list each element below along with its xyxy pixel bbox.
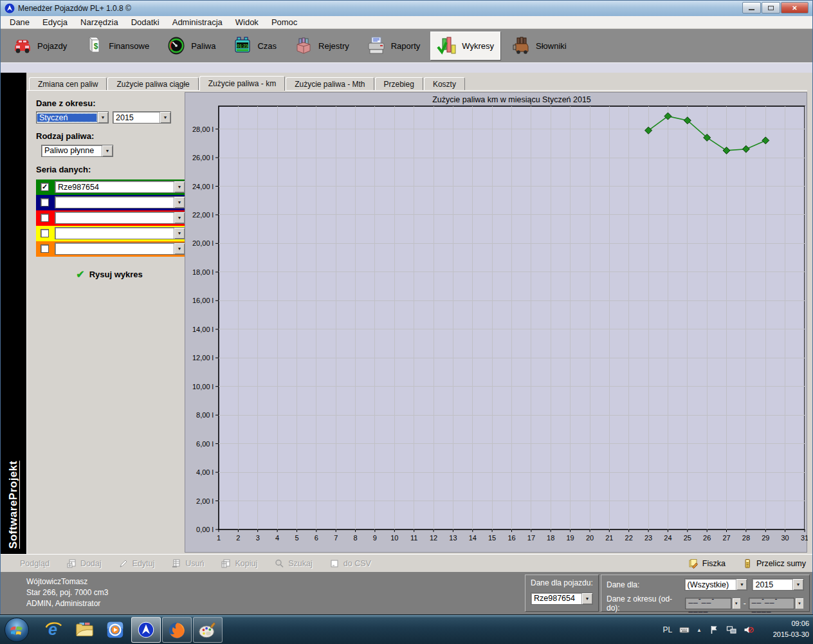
toolbar-button-rejestry[interactable]: Rejestry — [287, 32, 356, 60]
date-to-dropdown[interactable]: ▼ — [795, 598, 804, 609]
volume-muted-icon[interactable] — [744, 625, 754, 635]
year-select[interactable]: 2015 ▼ — [113, 111, 171, 124]
action-podglad[interactable]: Podgląd — [20, 559, 50, 568]
menu-dodatki[interactable]: Dodatki — [125, 17, 166, 28]
main-toolbar: Pojazdy $ Finansowe Paliwa 01:23 Czas Re… — [1, 29, 812, 62]
tab-zuzycie-paliwa-mth[interactable]: Zużycie paliwa - Mth — [286, 77, 374, 91]
menu-administracja[interactable]: Administracja — [166, 17, 229, 28]
action-dodaj[interactable]: Dodaj — [66, 558, 102, 569]
svg-text:24: 24 — [664, 534, 671, 542]
vehicle-select[interactable]: Rze987654 ▼ — [531, 593, 593, 605]
draw-chart-label: Rysuj wykres — [89, 270, 143, 279]
svg-text:16: 16 — [507, 534, 515, 542]
chevron-down-icon[interactable]: ▼ — [174, 243, 185, 254]
taskbar-vehicle-manager-app[interactable] — [131, 617, 161, 643]
chevron-down-icon[interactable]: ▼ — [174, 181, 185, 192]
tab-zmiana-cen-paliw[interactable]: Zmiana cen paliw — [29, 77, 107, 91]
menu-edycja[interactable]: Edycja — [36, 17, 74, 28]
tab-bar: Zmiana cen paliw Zużycie paliwa ciągłe Z… — [29, 76, 466, 91]
chevron-down-icon[interactable]: ▼ — [736, 579, 747, 590]
branding-sidebar: SoftwareProjekt — [1, 73, 26, 554]
maximize-button[interactable] — [762, 2, 780, 14]
recalculate-icon — [742, 558, 753, 569]
chevron-down-icon[interactable]: ▼ — [160, 112, 170, 123]
action-szukaj[interactable]: Szukaj — [274, 558, 313, 569]
data-for-select[interactable]: (Wszystkie) ▼ — [684, 578, 748, 591]
toolbar-button-raporty[interactable]: Raporty — [360, 32, 427, 60]
toolbar-button-wykresy[interactable]: Wykresy — [430, 32, 500, 60]
printer-icon — [366, 35, 387, 56]
chevron-down-icon[interactable]: ▼ — [102, 145, 113, 156]
menu-narzedzia[interactable]: Narzędzia — [74, 17, 125, 28]
action-do-csv[interactable]: do CSV — [329, 558, 371, 569]
action-usun[interactable]: Usuń — [171, 558, 204, 569]
series-4-checkbox[interactable] — [41, 229, 49, 237]
tab-zuzycie-paliwa-ciagle[interactable]: Zużycie paliwa ciągłe — [107, 77, 198, 91]
toolbar-button-pojazdy[interactable]: Pojazdy — [6, 32, 73, 60]
date-to-field[interactable]: __-__-____ — [749, 598, 794, 609]
menu-dane[interactable]: Dane — [3, 17, 36, 28]
year-value: 2015 — [113, 113, 160, 122]
series-5-select[interactable]: ▼ — [55, 243, 185, 255]
series-3-checkbox[interactable] — [41, 214, 49, 222]
toolbar-button-finansowe[interactable]: $ Finansowe — [77, 32, 156, 60]
svg-text:22: 22 — [625, 534, 633, 542]
paint-icon — [198, 620, 217, 639]
series-2-select[interactable]: ▼ — [55, 196, 185, 208]
svg-text:14: 14 — [469, 534, 477, 542]
action-fiszka[interactable]: Fiszka — [688, 558, 726, 569]
toolbar-button-czas[interactable]: 01:23 Czas — [226, 32, 283, 60]
minimize-button[interactable] — [742, 2, 761, 14]
series-1-checkbox[interactable]: ✓ — [41, 183, 49, 191]
series-2-checkbox[interactable] — [41, 198, 49, 207]
taskbar-media-player[interactable] — [100, 617, 130, 643]
action-kopiuj[interactable]: Kopiuj — [221, 558, 257, 569]
series-5-checkbox[interactable] — [41, 244, 49, 253]
record-actions: Podgląd Dodaj Edytuj Usuń Kopiuj Szukaj … — [20, 558, 371, 569]
svg-text:26: 26 — [703, 534, 711, 542]
language-indicator[interactable]: PL — [662, 625, 672, 634]
tray-icons: ▲ — [679, 625, 754, 635]
chevron-down-icon[interactable]: ▼ — [581, 593, 592, 604]
chevron-down-icon[interactable]: ▼ — [174, 197, 185, 208]
svg-text:8: 8 — [354, 534, 358, 542]
date-from-field[interactable]: __-__-____ — [685, 598, 731, 609]
chevron-down-icon[interactable]: ▼ — [174, 228, 185, 239]
taskbar-paint[interactable] — [193, 617, 223, 643]
toolbar-label: Wykresy — [462, 41, 494, 51]
title-bar[interactable]: Menedżer Pojazdów PL+ 1.0.8 © ✕ — [1, 1, 812, 16]
system-tray: PL ▲ — [662, 615, 754, 644]
network-icon[interactable] — [726, 625, 736, 635]
toolbar-button-paliwa[interactable]: Paliwa — [160, 32, 222, 60]
chevron-down-icon[interactable]: ▼ — [97, 112, 108, 123]
series-1-select[interactable]: Rze987654 ▼ — [55, 181, 185, 193]
month-select[interactable]: Styczeń ▼ — [36, 111, 109, 124]
draw-chart-button[interactable]: ✔ Rysuj wykres — [61, 268, 158, 281]
series-4-select[interactable]: ▼ — [55, 227, 185, 239]
series-3-select[interactable]: ▼ — [55, 212, 185, 224]
tab-koszty[interactable]: Koszty — [424, 77, 465, 91]
action-edytuj[interactable]: Edytuj — [118, 558, 155, 569]
flag-icon[interactable] — [709, 625, 719, 635]
taskbar-clock[interactable]: 09:06 2015-03-30 — [773, 618, 809, 640]
start-button[interactable] — [4, 617, 30, 643]
tab-zuzycie-paliwa-km[interactable]: Zużycie paliwa - km — [199, 76, 285, 91]
taskbar-internet-explorer[interactable]: e — [39, 617, 68, 643]
tab-label: Zużycie paliwa - Mth — [295, 80, 365, 89]
taskbar-windows-explorer[interactable] — [69, 617, 99, 643]
data-year-select[interactable]: 2015 ▼ — [752, 578, 804, 591]
tab-przebieg[interactable]: Przebieg — [375, 77, 423, 91]
keyboard-icon[interactable] — [679, 625, 690, 635]
menu-widok[interactable]: Widok — [229, 17, 265, 28]
close-button[interactable]: ✕ — [781, 2, 808, 14]
taskbar-firefox[interactable] — [162, 617, 192, 643]
chevron-down-icon[interactable]: ▼ — [792, 579, 803, 590]
fuel-type-select[interactable]: Paliwo płynne ▼ — [41, 145, 113, 157]
action-przelicz-sumy[interactable]: Przelicz sumy — [742, 558, 806, 569]
toolbar-button-slowniki[interactable]: Słowniki — [504, 32, 573, 60]
date-from-dropdown[interactable]: ▼ — [732, 598, 741, 609]
period-label: Dane z okresu: — [36, 98, 183, 108]
expand-arrow-icon[interactable]: ▲ — [697, 627, 702, 633]
chevron-down-icon[interactable]: ▼ — [174, 212, 185, 223]
menu-pomoc[interactable]: Pomoc — [265, 17, 304, 28]
